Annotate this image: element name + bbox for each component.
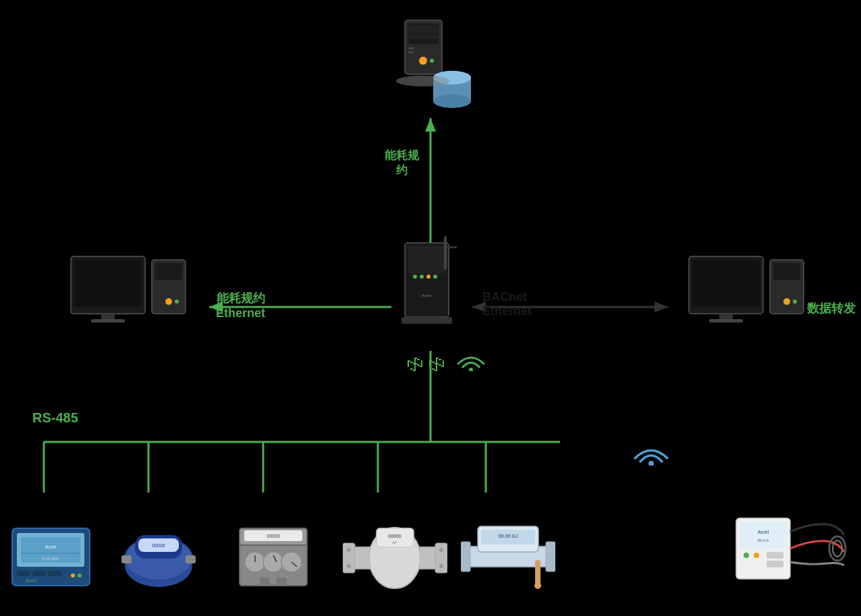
- svg-marker-5: [655, 302, 668, 312]
- svg-point-42: [783, 298, 790, 305]
- svg-point-66: [78, 573, 82, 578]
- svg-rect-107: [740, 522, 787, 549]
- svg-rect-41: [773, 263, 800, 280]
- svg-text:00000: 00000: [152, 543, 165, 548]
- right-computer-icon: [686, 253, 821, 341]
- svg-point-48: [426, 275, 431, 279]
- svg-rect-51: [444, 236, 447, 270]
- svg-rect-62: [17, 571, 30, 576]
- svg-rect-37: [692, 260, 760, 307]
- svg-text:Acrel: Acrel: [45, 544, 56, 549]
- svg-rect-104: [461, 542, 470, 571]
- svg-rect-31: [91, 319, 125, 323]
- gas-meter-icon: 00000: [236, 525, 310, 589]
- svg-rect-29: [74, 260, 142, 307]
- svg-rect-52: [447, 246, 457, 248]
- server-icon: [385, 13, 479, 121]
- label-rs485: RS-485: [32, 410, 78, 426]
- svg-point-27: [396, 76, 450, 86]
- device-heat-meter: 00.00 GJ: [459, 523, 557, 590]
- wifi-icon-right: [631, 432, 671, 468]
- svg-point-111: [754, 553, 759, 558]
- svg-point-96: [439, 548, 443, 552]
- svg-rect-113: [767, 561, 783, 567]
- svg-point-46: [413, 275, 417, 279]
- svg-point-110: [744, 553, 749, 558]
- svg-text:00000: 00000: [267, 534, 280, 538]
- ethernet-label-left: Ethernet: [216, 306, 265, 320]
- svg-rect-45: [408, 246, 445, 273]
- svg-text:Acrel: Acrel: [26, 578, 36, 583]
- svg-rect-85: [260, 578, 270, 586]
- top-server: [385, 13, 479, 124]
- svg-point-25: [433, 94, 471, 108]
- svg-point-55: [648, 461, 654, 466]
- svg-point-94: [347, 548, 351, 552]
- svg-rect-53: [401, 317, 452, 324]
- main-diagram: Acrel ꈢꈢ 能耗规约 4G 能耗规约: [0, 0, 861, 616]
- device-electric-meter: Acrel 0.00 kWh Acrel: [7, 525, 94, 589]
- svg-text:0.00 kWh: 0.00 kWh: [42, 557, 59, 561]
- electric-meter-icon: Acrel 0.00 kWh Acrel: [9, 525, 93, 589]
- svg-point-47: [420, 275, 424, 279]
- svg-text:00.0 A: 00.0 A: [757, 538, 769, 542]
- svg-rect-19: [408, 51, 414, 53]
- svg-rect-39: [709, 319, 743, 323]
- device-gas-meter: 00000: [233, 525, 314, 589]
- energy-protocol-label-up: 能耗规约: [381, 148, 422, 178]
- svg-rect-105: [546, 542, 555, 571]
- svg-rect-20: [409, 25, 438, 33]
- svg-point-17: [419, 57, 427, 65]
- svg-point-95: [347, 564, 351, 568]
- device-water-meter: 00000: [118, 522, 206, 589]
- water-meter-icon: 00000: [121, 522, 202, 589]
- label-energy-ethernet-left: 能耗规约 Ethernet: [216, 290, 265, 320]
- svg-point-43: [793, 300, 797, 304]
- svg-rect-92: [343, 543, 355, 573]
- svg-text:00000: 00000: [388, 534, 401, 538]
- svg-text:m³: m³: [392, 540, 397, 544]
- heat-meter-icon: 00.00 GJ: [461, 523, 555, 590]
- svg-rect-64: [48, 571, 61, 576]
- svg-rect-86: [277, 578, 287, 586]
- svg-point-49: [433, 275, 437, 279]
- svg-point-34: [165, 298, 172, 305]
- svg-point-65: [71, 573, 75, 578]
- svg-rect-33: [155, 263, 182, 280]
- left-computer: [67, 253, 202, 343]
- flow-meter-icon: 00000 m³: [343, 522, 447, 596]
- label-data-forward: 数据转发: [807, 300, 856, 316]
- svg-point-35: [175, 300, 179, 304]
- label-bacnet-ethernet-right: BACnet Ethernet: [482, 290, 532, 318]
- svg-point-80: [263, 552, 283, 572]
- svg-rect-18: [408, 47, 414, 49]
- svg-text:00.00 GJ: 00.00 GJ: [498, 534, 517, 538]
- svg-point-54: [469, 368, 473, 371]
- wireless-clamp-icon: Acrel 00.0 A: [733, 515, 848, 592]
- svg-rect-112: [767, 552, 783, 559]
- svg-point-103: [534, 582, 541, 589]
- svg-rect-21: [409, 34, 438, 38]
- label-4g: 4G: [439, 189, 457, 204]
- svg-point-22: [430, 59, 434, 63]
- svg-rect-74: [186, 555, 196, 563]
- device-wireless-meter: Acrel 00.0 A: [740, 515, 841, 592]
- svg-rect-93: [435, 543, 447, 573]
- device-flow-meter: 00000 m³: [341, 522, 449, 596]
- left-computer-icon: [67, 253, 202, 341]
- energy-protocol-label-left: 能耗规约: [216, 290, 265, 306]
- bacnet-label: BACnet: [482, 290, 532, 304]
- svg-text:Acrel: Acrel: [758, 530, 769, 534]
- wifi-icon-down: ꈢꈢ: [405, 344, 488, 376]
- svg-rect-73: [121, 555, 132, 563]
- svg-point-97: [439, 564, 443, 568]
- ethernet-label-right: Ethernet: [482, 304, 532, 318]
- svg-text:Acrel: Acrel: [422, 293, 431, 298]
- svg-rect-63: [32, 571, 46, 576]
- right-computer: [686, 253, 821, 343]
